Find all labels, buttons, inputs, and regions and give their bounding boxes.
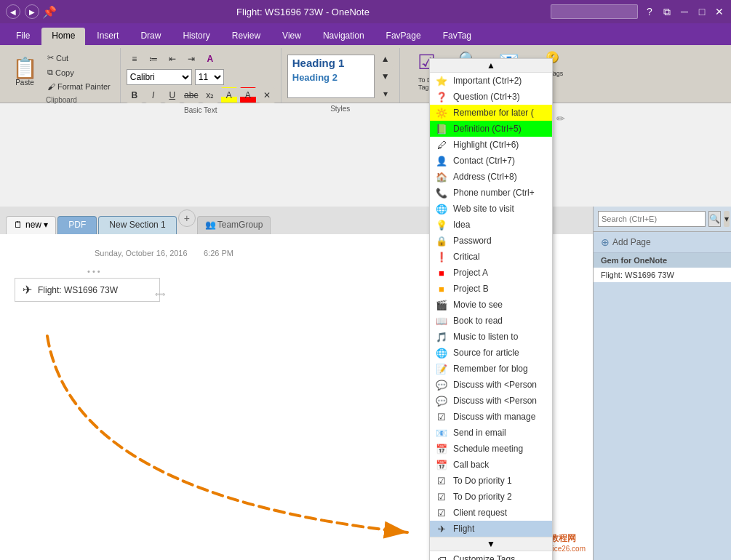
dropdown-scroll-up[interactable]: ▲ <box>430 59 552 73</box>
menu-item-contact[interactable]: 👤 Contact (Ctrl+7) <box>430 153 552 169</box>
menu-item-todo2[interactable]: ☑ To Do priority 2 <box>430 489 552 505</box>
menu-item-highlight[interactable]: 🖊 Highlight (Ctrl+6) <box>430 137 552 153</box>
restore-button[interactable]: ⧉ <box>661 6 673 17</box>
format-painter-button[interactable]: 🖌 Format Painter <box>44 80 114 93</box>
menu-item-question[interactable]: ❓ Question (Ctrl+3) <box>430 89 552 105</box>
back-button[interactable]: ◀ <box>6 4 20 19</box>
password-label: Password <box>453 236 492 246</box>
client-label: Client request <box>453 508 507 518</box>
menu-item-idea[interactable]: 💡 Idea <box>430 217 552 233</box>
search-button[interactable]: 🔍 <box>708 211 721 227</box>
heading1-style[interactable]: Heading 1 <box>288 55 374 71</box>
highlight-button[interactable]: A <box>221 87 237 103</box>
menu-footer: 🏷 Customize Tags... 🏷 Remove Tag <box>430 551 552 560</box>
add-page-button[interactable]: ⊕ Add Page <box>594 232 731 253</box>
close-button[interactable]: ✕ <box>714 6 725 17</box>
numbered-list-button[interactable]: ≔ <box>145 51 161 67</box>
menu-item-flight[interactable]: ✈ Flight <box>430 521 552 537</box>
menu-item-source[interactable]: 🌐 Source for article <box>430 345 552 361</box>
menu-item-callback[interactable]: 📅 Call back <box>430 457 552 473</box>
tab-draw[interactable]: Draw <box>130 28 171 45</box>
book-icon: 📖 <box>436 315 447 327</box>
menu-item-projectb[interactable]: ■ Project B <box>430 281 552 297</box>
new-notebook-tab[interactable]: 🗒 new ▾ <box>6 216 56 234</box>
menu-item-remember[interactable]: 🔆 Remember for later ( <box>430 105 552 121</box>
idea-icon: 💡 <box>436 219 447 231</box>
title-bar: ◀ ▶ 📌 Flight: WS1696 73W - OneNote ? ⧉ ─… <box>0 0 731 23</box>
paste-button[interactable]: 📋 Paste <box>9 52 41 92</box>
underline-button[interactable]: U <box>164 87 180 103</box>
tab-favtag[interactable]: FavTag <box>433 28 482 45</box>
menu-item-todo1[interactable]: ☑ To Do priority 1 <box>430 473 552 489</box>
tab-home[interactable]: Home <box>41 28 85 45</box>
tab-review[interactable]: Review <box>222 28 271 45</box>
menu-item-movie[interactable]: 🎬 Movie to see <box>430 297 552 313</box>
font-family-select[interactable]: Calibri <box>127 69 192 85</box>
edit-pencil-icon[interactable]: ✏ <box>556 113 565 124</box>
remember-label: Remember for later ( <box>453 108 534 118</box>
menu-item-definition[interactable]: 📗 Definition (Ctrl+5) <box>430 121 552 137</box>
heading2-style[interactable]: Heading 2 <box>288 71 374 84</box>
menu-item-phone[interactable]: 📞 Phone number (Ctrl+ <box>430 185 552 201</box>
menu-item-projecta[interactable]: ■ Project A <box>430 265 552 281</box>
pdf-tab[interactable]: PDF <box>57 216 97 234</box>
menu-item-discuss2[interactable]: 💬 Discuss with <Person <box>430 393 552 409</box>
menu-item-schedule[interactable]: 📅 Schedule meeting <box>430 441 552 457</box>
source-label: Source for article <box>453 348 519 358</box>
menu-item-music[interactable]: 🎵 Music to listen to <box>430 329 552 345</box>
menu-item-password[interactable]: 🔒 Password <box>430 233 552 249</box>
flight-note-box[interactable]: • • • ⟺ ✈ Flight: WS1696 73W <box>15 278 160 302</box>
pin-button[interactable]: 📌 <box>44 6 55 17</box>
add-section-button[interactable]: + <box>178 209 196 227</box>
resize-handle[interactable]: ⟺ <box>155 290 165 298</box>
title-search-input[interactable] <box>551 4 638 19</box>
clear-format-button[interactable]: A <box>202 51 218 67</box>
clear-button[interactable]: ✕ <box>259 87 275 103</box>
help-button[interactable]: ? <box>644 6 655 17</box>
menu-item-important[interactable]: ⭐ Important (Ctrl+2) <box>430 73 552 89</box>
styles-scroll-down[interactable]: ▼ <box>378 68 394 84</box>
important-icon: ⭐ <box>436 75 447 87</box>
font-color-button[interactable]: A <box>240 87 256 103</box>
menu-item-address[interactable]: 🏠 Address (Ctrl+8) <box>430 169 552 185</box>
contact-label: Contact (Ctrl+7) <box>453 156 515 166</box>
tab-view[interactable]: View <box>272 28 311 45</box>
menu-item-discuss1[interactable]: 💬 Discuss with <Person <box>430 377 552 393</box>
menu-item-client[interactable]: ☑ Client request <box>430 505 552 521</box>
tab-navigation[interactable]: Navigation <box>313 28 375 45</box>
cut-button[interactable]: ✂ Cut <box>44 51 114 65</box>
flight-icon: ✈ <box>23 283 32 297</box>
maximize-button[interactable]: □ <box>696 6 708 17</box>
menu-item-send-email[interactable]: 📧 Send in email <box>430 425 552 441</box>
new-section-1-tab[interactable]: New Section 1 <box>98 216 176 234</box>
styles-expand[interactable]: ▾ <box>378 86 394 102</box>
forward-button[interactable]: ▶ <box>25 4 39 19</box>
italic-button[interactable]: I <box>145 87 161 103</box>
dropdown-scroll-down[interactable]: ▼ <box>430 537 552 551</box>
menu-item-blog[interactable]: 📝 Remember for blog <box>430 361 552 377</box>
search-options-button[interactable]: ▾ <box>724 211 730 227</box>
discuss1-label: Discuss with <Person <box>453 380 537 390</box>
bullets-button[interactable]: ≡ <box>127 51 143 67</box>
font-size-select[interactable]: 11 <box>195 69 224 85</box>
menu-item-book[interactable]: 📖 Book to read <box>430 313 552 329</box>
menu-item-website[interactable]: 🌐 Web site to visit <box>430 201 552 217</box>
copy-button[interactable]: ⧉ Copy <box>44 65 114 79</box>
indent-decrease-button[interactable]: ⇤ <box>164 51 180 67</box>
tab-history[interactable]: History <box>172 28 220 45</box>
menu-item-critical[interactable]: ❗ Critical <box>430 249 552 265</box>
subscript-button[interactable]: x₂ <box>202 87 218 103</box>
styles-scroll-up[interactable]: ▲ <box>378 51 394 67</box>
minimize-button[interactable]: ─ <box>679 6 690 17</box>
customize-tags-button[interactable]: 🏷 Customize Tags... <box>430 551 552 560</box>
bold-button[interactable]: B <box>127 87 143 103</box>
strikethrough-button[interactable]: abc <box>183 87 199 103</box>
page-item-flight[interactable]: Flight: WS1696 73W <box>594 268 731 283</box>
indent-increase-button[interactable]: ⇥ <box>183 51 199 67</box>
page-search-input[interactable] <box>598 211 706 227</box>
team-group-tab[interactable]: 👥 TeamGroup <box>197 216 271 234</box>
menu-item-discuss3[interactable]: ☑ Discuss with manage <box>430 409 552 425</box>
tab-insert[interactable]: Insert <box>87 28 129 45</box>
tab-file[interactable]: File <box>6 28 40 45</box>
tab-favpage[interactable]: FavPage <box>376 28 431 45</box>
